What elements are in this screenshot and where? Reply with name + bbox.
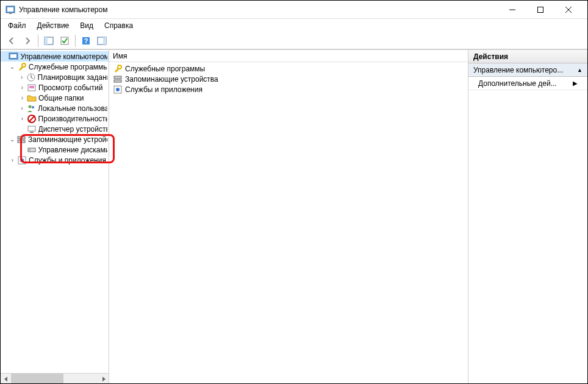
chevron-right-icon[interactable]: ›: [18, 115, 27, 122]
tools-icon: [17, 62, 27, 72]
storage-icon: [113, 74, 123, 84]
chevron-down-icon[interactable]: ⌄: [8, 63, 17, 70]
window-title: Управление компьютером: [19, 5, 498, 14]
svg-rect-15: [10, 54, 16, 58]
list-item-label: Службы и приложения: [125, 85, 203, 94]
chevron-down-icon[interactable]: ⌄: [8, 136, 16, 143]
close-button[interactable]: [554, 1, 583, 19]
action-section-label: Управление компьютеро...: [473, 66, 563, 74]
tree-storage[interactable]: ⌄ Запоминающие устройст: [1, 134, 109, 144]
tree-label: Просмотр событий: [38, 84, 102, 92]
scroll-right-button[interactable]: [98, 374, 109, 383]
menubar: Файл Действие Вид Справка: [1, 19, 587, 32]
list-item[interactable]: Службы и приложения: [109, 84, 468, 94]
tree-label: Управление дисками: [38, 146, 107, 154]
tree-panel: Управление компьютером (л ⌄ Служебные пр…: [1, 50, 109, 383]
disk-icon: [27, 145, 37, 155]
action-more[interactable]: Дополнительные дей... ▶: [468, 77, 587, 90]
tree-services-apps[interactable]: › Службы и приложения: [1, 155, 109, 165]
tree-root[interactable]: Управление компьютером (л: [1, 51, 109, 62]
column-name: Имя: [113, 52, 127, 60]
svg-point-30: [29, 149, 30, 151]
console-tree[interactable]: Управление компьютером (л ⌄ Служебные пр…: [1, 50, 109, 373]
svg-point-22: [32, 106, 34, 108]
tree-label: Общие папки: [38, 94, 84, 102]
back-button[interactable]: [4, 34, 19, 48]
list-item-label: Запоминающие устройства: [125, 75, 218, 84]
forward-button[interactable]: [20, 34, 35, 48]
svg-point-37: [116, 88, 120, 91]
action-section[interactable]: Управление компьютеро... ▲: [468, 63, 587, 77]
list-item[interactable]: Запоминающие устройства: [109, 74, 468, 84]
tree-disk-management[interactable]: Управление дисками: [1, 144, 109, 155]
performance-icon: [27, 114, 37, 124]
list-panel: Имя Служебные программы Запоминающие уст…: [109, 50, 468, 383]
tree-label: Локальные пользоват: [38, 104, 107, 113]
svg-point-33: [118, 65, 121, 69]
chevron-right-icon[interactable]: ›: [8, 157, 17, 163]
computer-icon: [9, 52, 18, 62]
svg-rect-25: [28, 126, 35, 131]
storage-icon: [16, 135, 26, 144]
chevron-right-icon[interactable]: ›: [18, 94, 27, 101]
scrollbar-thumb[interactable]: [11, 374, 63, 383]
scrollbar-track[interactable]: [11, 374, 98, 383]
tree-system-tools[interactable]: ⌄ Служебные программы: [1, 62, 109, 72]
show-hide-tree-button[interactable]: [41, 34, 56, 48]
minimize-button[interactable]: [498, 1, 526, 19]
properties-button[interactable]: [57, 34, 72, 48]
menu-file[interactable]: Файл: [3, 20, 31, 31]
svg-rect-29: [28, 148, 35, 152]
svg-rect-8: [45, 37, 48, 44]
svg-rect-28: [18, 140, 25, 143]
menu-view[interactable]: Вид: [75, 20, 98, 31]
svg-rect-2: [9, 13, 12, 14]
svg-rect-26: [30, 132, 34, 133]
tree-label: Служебные программы: [29, 63, 107, 71]
chevron-right-icon[interactable]: ›: [18, 74, 26, 80]
actions-panel: Действия Управление компьютеро... ▲ Допо…: [468, 50, 587, 383]
scroll-left-button[interactable]: [1, 374, 11, 383]
tree-task-scheduler[interactable]: › Планировщик заданий: [1, 72, 109, 82]
tools-icon: [113, 64, 123, 74]
chevron-right-icon[interactable]: ›: [18, 105, 26, 112]
toolbar: ?: [1, 32, 587, 49]
svg-point-16: [22, 63, 26, 67]
svg-rect-4: [538, 7, 543, 12]
svg-point-21: [29, 105, 32, 108]
tree-device-manager[interactable]: Диспетчер устройств: [1, 124, 109, 134]
horizontal-scrollbar[interactable]: [1, 373, 109, 383]
tree-local-users[interactable]: › Локальные пользоват: [1, 103, 109, 113]
maximize-button[interactable]: [526, 1, 554, 19]
list-item[interactable]: Служебные программы: [109, 63, 468, 74]
titlebar: Управление компьютером: [1, 1, 587, 19]
svg-text:?: ?: [84, 37, 88, 44]
toolbar-separator: [38, 35, 38, 47]
collapse-icon: ▲: [577, 67, 583, 73]
svg-rect-35: [114, 80, 121, 82]
menu-help[interactable]: Справка: [99, 20, 138, 31]
tree-performance[interactable]: › Производительность: [1, 113, 109, 124]
chevron-right-icon[interactable]: ›: [18, 84, 27, 91]
clock-icon: [26, 73, 36, 82]
event-icon: [27, 83, 37, 93]
action-pane-button[interactable]: [95, 34, 109, 48]
content-area: Управление компьютером (л ⌄ Служебные пр…: [1, 49, 587, 383]
tree-shared-folders[interactable]: › Общие папки: [1, 93, 109, 103]
tree-label: Службы и приложения: [29, 156, 106, 165]
users-icon: [26, 104, 36, 113]
tree-event-viewer[interactable]: › Просмотр событий: [1, 82, 109, 93]
menu-action[interactable]: Действие: [32, 20, 74, 31]
folder-shared-icon: [27, 93, 37, 103]
svg-rect-1: [7, 7, 13, 12]
services-icon: [113, 85, 123, 94]
tree-label: Производительность: [38, 115, 107, 123]
list-column-header[interactable]: Имя: [109, 50, 468, 62]
services-icon: [17, 155, 27, 165]
svg-point-32: [20, 158, 24, 162]
list-item-label: Служебные программы: [125, 65, 205, 73]
help-button[interactable]: ?: [79, 34, 93, 48]
list-body: Служебные программы Запоминающие устройс…: [109, 62, 468, 383]
device-icon: [27, 124, 37, 134]
chevron-right-icon: ▶: [573, 80, 578, 87]
